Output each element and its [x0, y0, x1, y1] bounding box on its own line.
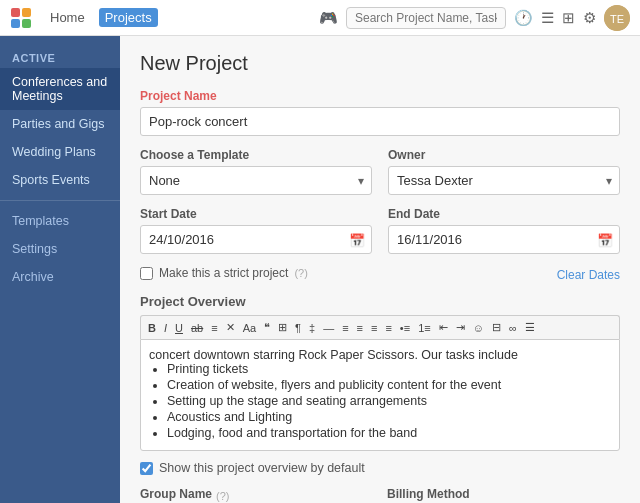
hr-btn[interactable]: — — [320, 319, 337, 336]
svg-rect-2 — [11, 19, 20, 28]
editor-area[interactable]: concert downtown starring Rock Paper Sci… — [140, 339, 620, 451]
project-name-label: Project Name — [140, 89, 620, 103]
format-btn-1[interactable]: ≡ — [208, 319, 220, 336]
svg-rect-1 — [22, 8, 31, 17]
svg-rect-0 — [11, 8, 20, 17]
sidebar-templates[interactable]: Templates — [0, 207, 120, 235]
show-overview-label: Show this project overview by default — [159, 461, 365, 475]
quote-btn[interactable]: ❝ — [261, 319, 273, 336]
show-overview-row: Show this project overview by default — [140, 461, 620, 475]
align-right-btn[interactable]: ≡ — [368, 319, 380, 336]
sidebar-settings[interactable]: Settings — [0, 235, 120, 263]
italic-btn[interactable]: I — [161, 319, 170, 336]
sidebar: Active Conferences and Meetings Parties … — [0, 36, 120, 503]
indent-btn[interactable]: ‡ — [306, 319, 318, 336]
owner-label: Owner — [388, 148, 620, 162]
paragraph-btn[interactable]: ¶ — [292, 319, 304, 336]
list-icon[interactable]: ☰ — [541, 9, 554, 27]
end-date-input[interactable] — [388, 225, 620, 254]
start-date-calendar-icon[interactable]: 📅 — [349, 232, 365, 247]
strict-project-checkbox[interactable] — [140, 267, 153, 280]
start-date-input[interactable] — [140, 225, 372, 254]
sidebar-item-sports[interactable]: Sports Events — [0, 166, 120, 194]
editor-list-item: Setting up the stage and seating arrange… — [167, 394, 611, 408]
editor-list: Printing tickets Creation of website, fl… — [167, 362, 611, 440]
sidebar-item-parties[interactable]: Parties and Gigs — [0, 110, 120, 138]
align-left-btn[interactable]: ≡ — [339, 319, 351, 336]
grid-icon[interactable]: ⊞ — [562, 9, 575, 27]
align-center-btn[interactable]: ≡ — [354, 319, 366, 336]
bold-btn[interactable]: B — [145, 319, 159, 336]
more-btn[interactable]: ☰ — [522, 319, 538, 336]
page-title: New Project — [140, 52, 620, 75]
indent2-btn[interactable]: ⇥ — [453, 319, 468, 336]
topbar: Home Projects 🎮 🕐 ☰ ⊞ ⚙ — [0, 0, 640, 36]
ul-btn[interactable]: •≡ — [397, 319, 413, 336]
group-help-icon: (?) — [216, 490, 229, 502]
user-avatar[interactable] — [604, 5, 630, 31]
sidebar-divider — [0, 200, 120, 201]
show-overview-checkbox[interactable] — [140, 462, 153, 475]
ol-btn[interactable]: 1≡ — [415, 319, 434, 336]
search-input[interactable] — [346, 7, 506, 29]
template-select[interactable]: None — [140, 166, 372, 195]
start-date-label: Start Date — [140, 207, 372, 221]
outdent-btn[interactable]: ⇤ — [436, 319, 451, 336]
link-btn[interactable]: ∞ — [506, 319, 520, 336]
clock-icon[interactable]: 🕐 — [514, 9, 533, 27]
svg-rect-3 — [22, 19, 31, 28]
font-btn[interactable]: Aa — [240, 319, 259, 336]
gamepad-icon: 🎮 — [319, 9, 338, 27]
sidebar-item-wedding[interactable]: Wedding Plans — [0, 138, 120, 166]
strict-help-icon: (?) — [294, 267, 307, 279]
strict-project-label: Make this a strict project — [159, 266, 288, 280]
project-name-input[interactable] — [140, 107, 620, 136]
template-label: Choose a Template — [140, 148, 372, 162]
end-date-calendar-icon[interactable]: 📅 — [597, 232, 613, 247]
underline-btn[interactable]: U — [172, 319, 186, 336]
owner-select[interactable]: Tessa Dexter — [388, 166, 620, 195]
main-content: New Project Project Name Choose a Templa… — [120, 36, 640, 503]
emoji-btn[interactable]: ☺ — [470, 319, 487, 336]
editor-list-item: Printing tickets — [167, 362, 611, 376]
image-btn[interactable]: ⊟ — [489, 319, 504, 336]
align-justify-btn[interactable]: ≡ — [382, 319, 394, 336]
topbar-icons: 🎮 🕐 ☰ ⊞ ⚙ — [319, 5, 630, 31]
editor-list-item: Creation of website, flyers and publicit… — [167, 378, 611, 392]
end-date-label: End Date — [388, 207, 620, 221]
sidebar-item-conferences[interactable]: Conferences and Meetings — [0, 68, 120, 110]
sidebar-archive[interactable]: Archive — [0, 263, 120, 291]
table-btn[interactable]: ⊞ — [275, 319, 290, 336]
layout: Active Conferences and Meetings Parties … — [0, 36, 640, 503]
billing-method-label: Billing Method — [387, 487, 620, 501]
editor-list-item: Acoustics and Lighting — [167, 410, 611, 424]
overview-section-label: Project Overview — [140, 294, 620, 309]
editor-list-item: Lodging, food and transportation for the… — [167, 426, 611, 440]
settings-icon[interactable]: ⚙ — [583, 9, 596, 27]
sidebar-active-label: Active — [0, 44, 120, 68]
nav-projects[interactable]: Projects — [99, 8, 158, 27]
strikethrough-btn[interactable]: ab — [188, 319, 206, 336]
editor-intro: concert downtown starring Rock Paper Sci… — [149, 348, 518, 362]
topbar-nav: Home Projects — [44, 8, 158, 27]
group-name-label: Group Name — [140, 487, 212, 501]
editor-toolbar: B I U ab ≡ ✕ Aa ❝ ⊞ ¶ ‡ — ≡ ≡ ≡ ≡ •≡ 1≡ … — [140, 315, 620, 339]
strict-project-row: Make this a strict project (?) — [140, 266, 308, 280]
app-logo — [10, 7, 32, 29]
clear-dates-link[interactable]: Clear Dates — [557, 268, 620, 282]
clear-btn[interactable]: ✕ — [223, 319, 238, 336]
nav-home[interactable]: Home — [44, 8, 91, 27]
